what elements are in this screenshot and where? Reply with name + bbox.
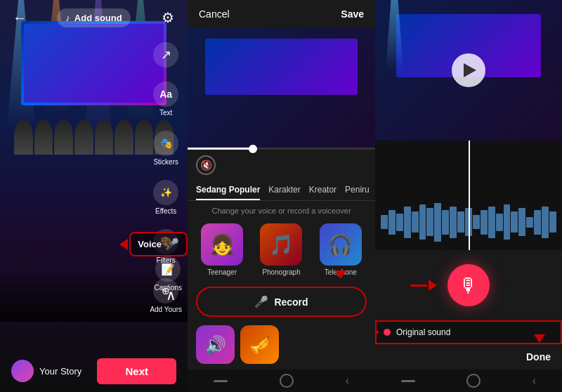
- phonograph-label: Phonograph: [262, 268, 301, 276]
- wf-bar: [442, 210, 449, 235]
- orig-red-arrow: [375, 327, 379, 338]
- p2-progress-dot: [249, 145, 257, 153]
- p1-topbar: ← ♪ Add sound ⚙: [0, 0, 188, 35]
- effects-button[interactable]: ✨ Effects: [153, 180, 178, 215]
- effect-teenager[interactable]: 👧 Teenager: [196, 223, 248, 276]
- wf-bar: [388, 210, 396, 235]
- original-sound-label: Original sound: [396, 327, 450, 337]
- record-mic-icon: 🎤: [254, 295, 268, 308]
- text-label: Text: [159, 109, 172, 117]
- p2-effects-grid: 👧 Teenager 🎵 Phonograph 🎧 Telephone ⛪ Ch…: [188, 218, 375, 281]
- original-sound-content: Original sound: [384, 327, 450, 337]
- collapse-button[interactable]: ∧: [166, 287, 176, 303]
- wf-bar: [450, 207, 457, 238]
- p2-video-preview: [188, 28, 375, 148]
- nav-home-icon[interactable]: [280, 374, 294, 388]
- tab-kreator[interactable]: Kreator: [309, 181, 336, 200]
- wf-bar: [542, 207, 549, 238]
- wf-bar: [511, 211, 518, 233]
- wf-bar: [396, 214, 403, 231]
- wf-bar: [549, 211, 556, 233]
- effect-phonograph[interactable]: 🎵 Phonograph: [255, 223, 307, 276]
- mute-button[interactable]: 🔇: [196, 155, 216, 175]
- play-triangle-icon: [464, 63, 476, 77]
- settings-button[interactable]: ⚙: [157, 6, 179, 29]
- effect-telephone[interactable]: 🎧 Telephone: [315, 223, 367, 276]
- down-arrow-icon: [534, 334, 545, 343]
- arrow-shaft: [410, 285, 427, 287]
- share-icon: ↗: [153, 42, 178, 67]
- p3-nav-menu-icon[interactable]: [401, 380, 415, 382]
- voice-label: Voice: [138, 239, 162, 249]
- done-button[interactable]: Done: [526, 351, 551, 362]
- your-story-button[interactable]: Your Story: [11, 360, 81, 382]
- voice-mic-icon: 🎤: [165, 237, 179, 251]
- nav-back-icon[interactable]: ‹: [346, 374, 349, 387]
- p3-waveform-area: [375, 141, 562, 250]
- panel3-recording: 🎙 Original sound Done ‹: [375, 0, 562, 392]
- tab-peniru[interactable]: Peniru: [345, 181, 370, 200]
- wf-bar: [473, 215, 480, 229]
- choir-person: [54, 119, 73, 155]
- effect-extra-1[interactable]: 🔊: [196, 325, 235, 364]
- record-mic-icon: 🎙: [459, 274, 478, 297]
- p3-navbar: ‹: [375, 370, 562, 392]
- red-arrow-icon: [119, 239, 128, 250]
- back-button[interactable]: ←: [8, 6, 31, 29]
- wf-bar: [488, 207, 495, 238]
- choir-person: [74, 119, 93, 155]
- p3-done-section: Done: [375, 344, 562, 370]
- phonograph-icon: 🎵: [260, 223, 302, 266]
- p3-nav-home-icon[interactable]: [466, 374, 481, 388]
- wf-bar: [518, 208, 525, 236]
- captions-icon: 📝: [155, 256, 181, 282]
- text-icon: Aa: [153, 81, 178, 107]
- tab-sedang-populer[interactable]: Sedang Populer: [196, 181, 260, 200]
- wf-bar: [434, 203, 441, 242]
- wf-bar: [534, 210, 541, 235]
- add-sound-button[interactable]: ♪ Add sound: [57, 8, 130, 27]
- tab-karakter[interactable]: Karakter: [268, 181, 300, 200]
- p2-progress-fill: [188, 148, 253, 150]
- wf-bar: [426, 208, 433, 236]
- p2-stage-screen: [205, 39, 358, 95]
- choir-person: [14, 119, 33, 155]
- p2-tabs: Sedang Populer Karakter Kreator Peniru: [188, 181, 375, 201]
- next-button[interactable]: Next: [97, 358, 176, 384]
- record-red-arrow: [410, 280, 437, 291]
- voice-button[interactable]: Voice 🎤: [129, 232, 188, 256]
- stickers-button[interactable]: 🎭 Stickers: [153, 131, 178, 166]
- text-button[interactable]: Aa Text: [153, 81, 178, 117]
- play-button[interactable]: [452, 53, 485, 87]
- voice-highlight: Voice 🎤: [119, 232, 188, 256]
- record-button[interactable]: 🎤 Record: [196, 287, 367, 317]
- effects-label: Effects: [155, 207, 176, 215]
- add-yours-label: Add Yours: [150, 306, 182, 313]
- effect-extra-2[interactable]: 🎺: [240, 325, 279, 364]
- wf-bar: [412, 211, 419, 233]
- wf-bar: [457, 211, 464, 233]
- p3-nav-back-icon[interactable]: ‹: [532, 374, 536, 387]
- your-story-label: Your Story: [39, 366, 81, 377]
- add-sound-label: Add sound: [74, 13, 122, 23]
- p2-more-effects: 🔊 🎺: [188, 322, 375, 370]
- share-button[interactable]: ↗: [153, 42, 178, 67]
- panel2-voice-effects: Cancel Save 🔇 Sedang Populer Karakter Kr…: [188, 0, 375, 392]
- record-mic-button[interactable]: 🎙: [447, 264, 490, 306]
- p2-navbar: ‹: [188, 370, 375, 392]
- p3-record-section: 🎙: [375, 250, 562, 320]
- stickers-icon: 🎭: [153, 131, 178, 156]
- p2-mute-row: 🔇: [188, 150, 375, 181]
- arrow-head: [429, 280, 437, 291]
- wf-bar: [526, 217, 533, 228]
- stickers-label: Stickers: [153, 158, 178, 166]
- p3-video-preview: [375, 0, 562, 141]
- cancel-button[interactable]: Cancel: [199, 8, 230, 20]
- nav-menu-icon[interactable]: [214, 380, 228, 382]
- wf-bar: [504, 204, 511, 240]
- p2-progress-bar[interactable]: [188, 148, 375, 150]
- save-button[interactable]: Save: [341, 8, 364, 20]
- telephone-icon: 🎧: [320, 223, 362, 266]
- story-avatar: [11, 360, 34, 382]
- music-note-icon: ♪: [65, 13, 70, 23]
